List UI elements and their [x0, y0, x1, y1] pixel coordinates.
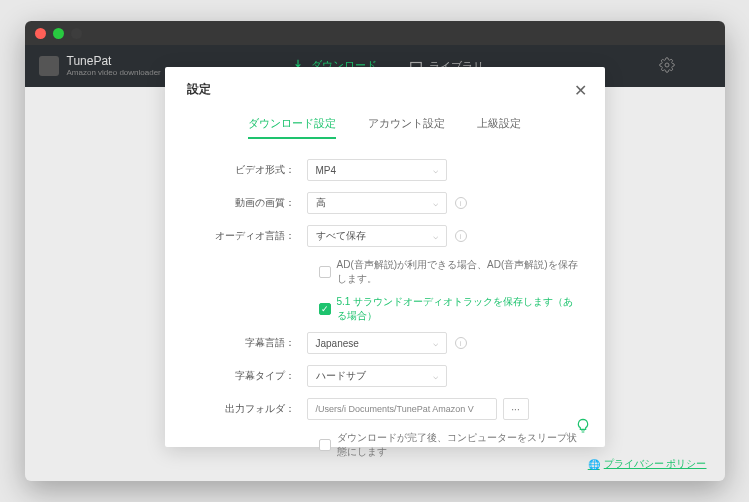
browse-folder-button[interactable]: ··· — [503, 398, 529, 420]
output-folder-label: 出力フォルダ： — [187, 402, 307, 416]
surround-check-label: 5.1 サラウンドオーディオトラックを保存します（ある場合） — [337, 295, 583, 323]
info-icon[interactable]: i — [455, 337, 467, 349]
sleep-check-label: ダウンロードが完了後、コンピューターをスリープ状態にします — [337, 431, 583, 459]
chevron-down-icon: ⌵ — [433, 198, 438, 208]
ad-check-label: AD(音声解説)が利用できる場合、AD(音声解説)を保存します。 — [337, 258, 583, 286]
tip-icon[interactable] — [575, 418, 591, 437]
tab-account-settings[interactable]: アカウント設定 — [368, 116, 445, 139]
sleep-checkbox-row[interactable]: ダウンロードが完了後、コンピューターをスリープ状態にします — [319, 431, 583, 459]
video-quality-label: 動画の画質： — [187, 196, 307, 210]
info-icon[interactable]: i — [455, 197, 467, 209]
output-folder-input[interactable]: /Users/i Documents/TunePat Amazon V — [307, 398, 497, 420]
audio-language-label: オーディオ言語： — [187, 229, 307, 243]
subtitle-type-select[interactable]: ハードサブ ⌵ — [307, 365, 447, 387]
checkbox-checked[interactable]: ✓ — [319, 303, 331, 315]
settings-tabs: ダウンロード設定 アカウント設定 上級設定 — [187, 116, 583, 139]
window-close-button[interactable] — [35, 28, 46, 39]
app-window: TunePat Amazon video downloader ダウンロード ラ… — [25, 21, 725, 481]
window-minimize-button[interactable] — [53, 28, 64, 39]
brand-name: TunePat — [67, 54, 161, 68]
subtitle-language-label: 字幕言語： — [187, 336, 307, 350]
ad-checkbox-row[interactable]: AD(音声解説)が利用できる場合、AD(音声解説)を保存します。 — [319, 258, 583, 286]
svg-point-1 — [665, 63, 669, 67]
subtitle-type-value: ハードサブ — [316, 369, 366, 383]
output-folder-value: /Users/i Documents/TunePat Amazon V — [316, 404, 474, 414]
video-format-label: ビデオ形式： — [187, 163, 307, 177]
titlebar — [25, 21, 725, 45]
tab-download-settings[interactable]: ダウンロード設定 — [248, 116, 336, 139]
video-format-select[interactable]: MP4 ⌵ — [307, 159, 447, 181]
subtitle-language-select[interactable]: Japanese ⌵ — [307, 332, 447, 354]
subtitle-type-label: 字幕タイプ： — [187, 369, 307, 383]
audio-language-select[interactable]: すべて保存 ⌵ — [307, 225, 447, 247]
audio-language-value: すべて保存 — [316, 229, 366, 243]
video-quality-value: 高 — [316, 196, 326, 210]
checkbox-unchecked[interactable] — [319, 266, 331, 278]
globe-icon: 🌐 — [588, 459, 600, 470]
brand-icon — [39, 56, 59, 76]
close-icon[interactable]: ✕ — [574, 81, 587, 100]
tab-advanced-settings[interactable]: 上級設定 — [477, 116, 521, 139]
info-icon[interactable]: i — [455, 230, 467, 242]
settings-form: ビデオ形式： MP4 ⌵ 動画の画質： 高 ⌵ i オーディオ言語： すべて保存 — [187, 159, 583, 459]
chevron-down-icon: ⌵ — [433, 338, 438, 348]
brand-subtitle: Amazon video downloader — [67, 68, 161, 78]
surround-checkbox-row[interactable]: ✓ 5.1 サラウンドオーディオトラックを保存します（ある場合） — [319, 295, 583, 323]
checkbox-unchecked[interactable] — [319, 439, 331, 451]
privacy-policy-link[interactable]: 🌐 プライバシー ポリシー — [588, 457, 707, 471]
brand: TunePat Amazon video downloader — [39, 54, 161, 78]
chevron-down-icon: ⌵ — [433, 165, 438, 175]
privacy-label: プライバシー ポリシー — [604, 457, 707, 471]
modal-title: 設定 — [187, 81, 583, 98]
window-maximize-button[interactable] — [71, 28, 82, 39]
subtitle-language-value: Japanese — [316, 338, 359, 349]
chevron-down-icon: ⌵ — [433, 371, 438, 381]
video-format-value: MP4 — [316, 165, 337, 176]
settings-modal: 設定 ✕ ダウンロード設定 アカウント設定 上級設定 ビデオ形式： MP4 ⌵ … — [165, 67, 605, 447]
settings-icon[interactable] — [659, 57, 675, 73]
video-quality-select[interactable]: 高 ⌵ — [307, 192, 447, 214]
chevron-down-icon: ⌵ — [433, 231, 438, 241]
